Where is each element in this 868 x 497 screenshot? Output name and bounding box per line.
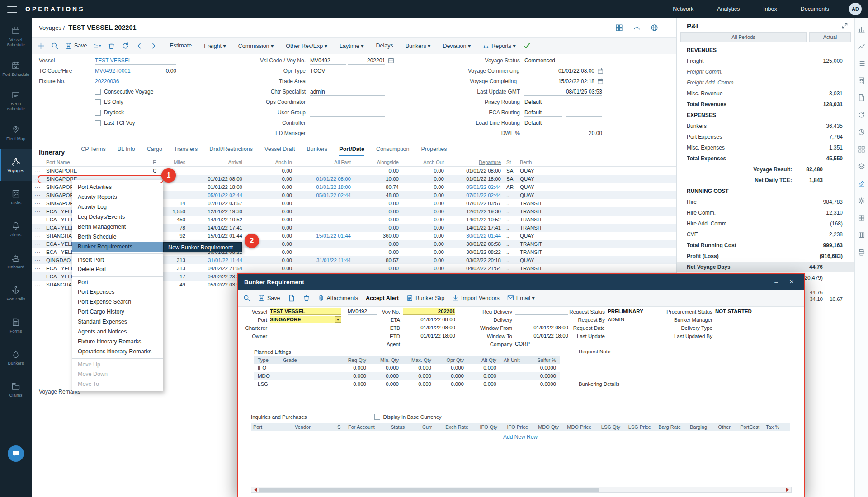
cell-alongside[interactable]: 0.00: [354, 224, 401, 232]
port-field[interactable]: SINGAPORE: [270, 316, 341, 323]
bunkering-details-textarea[interactable]: [579, 389, 764, 413]
request-by-field[interactable]: ADMIN: [608, 316, 654, 323]
expand-icon[interactable]: [841, 23, 848, 29]
bar-chart-icon[interactable]: [858, 25, 865, 33]
grid-icon[interactable]: [615, 24, 623, 32]
dwf-field[interactable]: 20.00: [524, 130, 602, 137]
cell-anch-in[interactable]: 0.00: [245, 216, 295, 224]
cell-min-qty[interactable]: 0.000: [370, 372, 402, 380]
chevron-left-icon[interactable]: [136, 42, 143, 50]
cell-miles[interactable]: 1,550: [160, 207, 188, 216]
cell-anch-out[interactable]: 0.00: [401, 256, 447, 264]
hamburger-menu-icon[interactable]: [7, 6, 17, 13]
cell-st[interactable]: ..: [504, 248, 517, 256]
delete-icon[interactable]: [108, 42, 115, 50]
cell-st[interactable]: ..: [504, 216, 517, 224]
globe-icon[interactable]: [651, 24, 658, 32]
cell-all-fast[interactable]: 15/01/22 01:44: [295, 232, 354, 240]
cell-all-fast[interactable]: 01/01/22 18:00: [295, 183, 354, 191]
cell-all-fast[interactable]: [295, 224, 354, 232]
clock-icon[interactable]: [858, 128, 865, 136]
port-dropdown-button[interactable]: [335, 316, 341, 323]
cell-all-fast[interactable]: [295, 199, 354, 207]
cell-miles[interactable]: [160, 191, 188, 199]
sidebar-item-vessel-schedule[interactable]: Vessel Schedule: [0, 21, 32, 53]
cell-alongside[interactable]: 48.00: [354, 191, 401, 199]
cell-all-fast[interactable]: [295, 167, 354, 175]
cell-sulfur[interactable]: 0.0000: [525, 380, 560, 388]
voy-no-field[interactable]: 202201: [348, 57, 385, 65]
itinerary-tab[interactable]: Bunkers: [307, 146, 327, 156]
toolbar-menu-item[interactable]: Laytime ▾: [340, 42, 364, 49]
cell-anch-in[interactable]: 0.00: [245, 207, 295, 216]
bunker-manager-field[interactable]: [715, 316, 766, 323]
request-date-field[interactable]: [608, 324, 654, 331]
cell-berth[interactable]: TRANSIT: [517, 240, 558, 248]
calendar-icon[interactable]: [597, 78, 604, 84]
save-button[interactable]: Save: [65, 42, 87, 49]
liftings-row[interactable]: MDO 0.000 0.000 0.000 0.000 0.000 0.0000: [254, 372, 560, 380]
note-icon[interactable]: [288, 295, 295, 302]
liftings-row[interactable]: LSG 0.000 0.000 0.000 0.000 0.000 0.0000: [254, 380, 560, 388]
cell-type[interactable]: IFO: [254, 364, 279, 372]
cell-alt-qty[interactable]: 0.000: [467, 372, 500, 380]
cell-anch-out[interactable]: 0.00: [401, 167, 447, 175]
vsl-code-field[interactable]: MV0492: [310, 57, 346, 65]
cell-type[interactable]: LSG: [254, 380, 279, 388]
itinerary-tab[interactable]: BL Info: [118, 146, 135, 156]
accept-alert-button[interactable]: Accept Alert: [366, 295, 399, 301]
menu-item[interactable]: Move To: [72, 379, 163, 389]
cell-departure[interactable]: 14/01/22 10:52: [447, 216, 504, 224]
avatar[interactable]: AD: [849, 3, 862, 15]
menu-item[interactable]: Activity Log: [72, 202, 163, 212]
cell-opr-qty[interactable]: 0.000: [435, 364, 467, 372]
cell-min-qty[interactable]: 0.000: [370, 364, 402, 372]
cell-arrival[interactable]: 01/01/22 08:00: [188, 175, 245, 183]
menu-item[interactable]: Activity Reports: [72, 192, 163, 202]
sidebar-item-alerts[interactable]: Alerts: [0, 213, 32, 245]
cell-st[interactable]: ..: [504, 264, 517, 272]
cell-st[interactable]: ..: [504, 232, 517, 240]
cell-opr-qty[interactable]: 0.000: [435, 372, 467, 380]
cell-max-qty[interactable]: 0.000: [402, 372, 435, 380]
cell-departure[interactable]: 03/02/22 20:18: [447, 256, 504, 264]
cell-alongside[interactable]: 80.57: [354, 256, 401, 264]
last-updated-by-field[interactable]: [715, 333, 766, 339]
cell-berth[interactable]: QUAY: [517, 256, 558, 264]
cell-all-fast[interactable]: [295, 207, 354, 216]
toolbar-menu-item[interactable]: Delays: [376, 42, 393, 49]
sidebar-item-voyages[interactable]: Voyages: [0, 149, 32, 181]
toolbar-menu-item[interactable]: Bunkers ▾: [406, 42, 431, 49]
gear-icon[interactable]: [858, 197, 865, 205]
cell-sulfur[interactable]: 0.0000: [525, 372, 560, 380]
row-actions-icon[interactable]: [32, 281, 43, 289]
reports-menu[interactable]: Reports ▾: [483, 42, 516, 49]
load-line-routing-field2[interactable]: [566, 119, 602, 127]
cell-arrival[interactable]: 01/01/22 18:00: [188, 183, 245, 191]
cell-miles[interactable]: 450: [160, 216, 188, 224]
sidebar-item-port-schedule[interactable]: Port Schedule: [0, 53, 32, 85]
cell-departure[interactable]: 14/01/22 17:41: [447, 224, 504, 232]
fixture-field[interactable]: 20220036: [95, 78, 144, 85]
cell-st[interactable]: AR: [504, 183, 517, 191]
menu-item[interactable]: Leg Delays/Events: [72, 212, 163, 222]
sidebar-item-bunkers[interactable]: Bunkers: [0, 342, 32, 374]
cell-anch-in[interactable]: 0.00: [245, 199, 295, 207]
menu-item[interactable]: Agents and Notices: [72, 327, 163, 337]
itinerary-tab[interactable]: Consumption: [376, 146, 410, 156]
delete-icon[interactable]: [303, 295, 310, 302]
pnl-tab-all-periods[interactable]: All Periods: [680, 32, 807, 42]
cell-berth[interactable]: TRANSIT: [517, 207, 558, 216]
top-nav-item[interactable]: Analytics: [717, 6, 740, 12]
printer-icon[interactable]: [858, 248, 865, 256]
cell-miles[interactable]: 17: [160, 272, 188, 281]
cell-grade[interactable]: [279, 364, 337, 372]
row-actions-icon[interactable]: [32, 207, 43, 216]
column-header[interactable]: Miles: [160, 158, 188, 166]
fd-manager-field[interactable]: [310, 130, 385, 137]
cell-anch-in[interactable]: 0.00: [245, 191, 295, 199]
cell-st[interactable]: ..: [504, 224, 517, 232]
checkbox[interactable]: [95, 120, 101, 126]
cell-departure[interactable]: 30/01/22 08:22: [447, 248, 504, 256]
window-to-field[interactable]: 01/01/22 18:00: [515, 333, 568, 339]
